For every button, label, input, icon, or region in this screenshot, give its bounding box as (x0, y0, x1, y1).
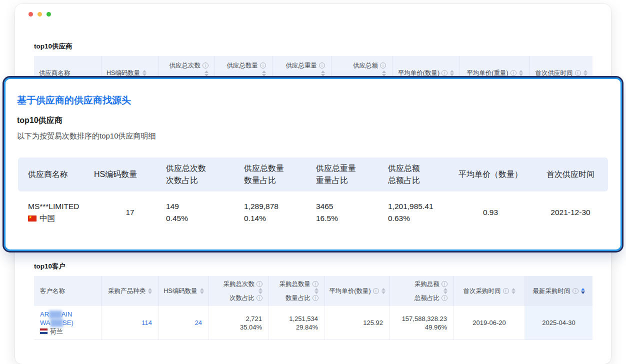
info-icon[interactable] (575, 70, 581, 76)
supplier-section-title: top10供应商 (34, 42, 72, 51)
info-icon[interactable] (503, 288, 509, 294)
col-purchase-times[interactable]: 采购总次数 次数占比 (209, 276, 269, 306)
modal-table-row: MS***LIMITED 中国 17 149 0.45% 1,289,878 0… (18, 200, 608, 224)
info-icon[interactable] (373, 288, 379, 294)
customer-section-title: top10客户 (34, 262, 66, 271)
customer-table-row: AR███AIN WA███SE) 荷兰 114 24 2,721 (34, 306, 592, 340)
customer-table-header-row: 客户名称 采购产品种类 HS编码数量 采购总次数 次数占比 采购总数量 (34, 276, 592, 306)
modal-description: 以下为按贸易次数排序的top10供应商明细 (17, 132, 156, 141)
col-purchase-quantity[interactable]: 采购总数量 数量占比 (269, 276, 325, 306)
info-icon[interactable] (256, 281, 262, 287)
product-types-cell: 114 (102, 306, 159, 340)
col-customer-name: 客户名称 (34, 276, 102, 306)
info-icon[interactable] (312, 281, 318, 287)
close-window-icon[interactable] (28, 12, 33, 16)
col-hs-count[interactable]: HS编码数量 (159, 276, 209, 306)
supply-times-cell: 149 0.45% (166, 200, 244, 224)
col-supply-amount: 供应总额 总额占比 (388, 158, 448, 192)
info-icon[interactable] (312, 295, 318, 301)
hs-count-cell: 17 (94, 200, 166, 224)
window-controls (28, 12, 51, 16)
col-hs-count: HS编码数量 (94, 158, 166, 192)
customer-country: 荷兰 (40, 327, 101, 336)
modal-table-header-row: 供应商名称 HS编码数量 供应总次数 次数占比 供应总数量 数量占比 供应总重量… (18, 158, 608, 192)
china-flag-icon (28, 216, 36, 222)
sort-icon[interactable] (321, 70, 325, 76)
info-icon[interactable] (572, 288, 578, 294)
sort-icon-active[interactable] (581, 288, 585, 294)
sort-icon[interactable] (519, 70, 523, 76)
redacted-text: ███ (49, 310, 62, 318)
maximize-window-icon[interactable] (46, 12, 51, 16)
supplier-country: 中国 (28, 212, 94, 224)
first-purchase-date-cell: 2019-06-20 (454, 306, 525, 340)
customer-name-cell[interactable]: AR███AIN WA███SE) 荷兰 (34, 306, 102, 340)
supplier-name: MS***LIMITED (28, 200, 94, 212)
supplier-name-cell: MS***LIMITED 中国 (18, 200, 94, 224)
customer-name-link[interactable]: WA███SE) (40, 318, 101, 327)
col-purchase-amount[interactable]: 采购总额 总额占比 (390, 276, 454, 306)
modal-section-title: top10供应商 (17, 116, 62, 126)
first-supply-date-cell: 2021-12-30 (533, 200, 608, 224)
sort-icon[interactable] (382, 288, 386, 294)
hs-count-cell: 24 (159, 306, 209, 340)
product-types-value[interactable]: 114 (142, 318, 152, 327)
info-icon[interactable] (260, 62, 266, 68)
col-latest-purchase-date[interactable]: 最新采购时间 (525, 276, 592, 306)
supply-amount-cell: 1,201,985.41 0.63% (388, 200, 448, 224)
sort-icon[interactable] (382, 70, 386, 76)
customer-table: 客户名称 采购产品种类 HS编码数量 采购总次数 次数占比 采购总数量 (34, 276, 592, 340)
supply-weight-cell: 3465 16.5% (316, 200, 388, 224)
sort-icon[interactable] (258, 288, 262, 294)
redacted-text: ███ (50, 319, 62, 326)
info-icon[interactable] (442, 295, 448, 301)
info-icon[interactable] (380, 62, 386, 68)
col-first-purchase-date[interactable]: 首次采购时间 (454, 276, 525, 306)
purchase-times-cell: 2,721 35.04% (209, 306, 269, 340)
col-supply-quantity: 供应总数量 数量占比 (244, 158, 316, 192)
sort-icon[interactable] (450, 70, 454, 76)
sort-icon[interactable] (584, 70, 588, 76)
info-icon[interactable] (442, 70, 448, 76)
col-supplier-name: 供应商名称 (18, 158, 94, 192)
info-icon[interactable] (256, 295, 262, 301)
purchase-amount-cell: 157,588,328.23 49.96% (390, 306, 454, 340)
info-icon[interactable] (319, 62, 325, 68)
supplier-trace-modal: 基于供应商的供应商找源头 top10供应商 以下为按贸易次数排序的top10供应… (4, 78, 622, 251)
col-supply-weight: 供应总重量 重量占比 (316, 158, 388, 192)
sort-icon[interactable] (444, 288, 448, 294)
purchase-quantity-cell: 1,251,534 29.84% (269, 306, 325, 340)
col-avg-unit-price: 平均单价（数量） (448, 158, 533, 192)
customer-name-link[interactable]: AR███AIN (40, 310, 101, 318)
avg-unit-price-cell: 0.93 (448, 200, 533, 224)
netherlands-flag-icon (40, 328, 48, 334)
info-icon[interactable] (202, 62, 208, 68)
avg-unit-price-cell: 125.92 (325, 306, 390, 340)
col-first-supply-date: 首次供应时间 (533, 158, 608, 192)
info-icon[interactable] (442, 281, 448, 287)
col-product-types[interactable]: 采购产品种类 (102, 276, 159, 306)
sort-icon[interactable] (262, 70, 266, 76)
sort-icon[interactable] (148, 288, 152, 294)
sort-icon[interactable] (512, 288, 516, 294)
supply-quantity-cell: 1,289,878 0.14% (244, 200, 316, 224)
minimize-window-icon[interactable] (38, 12, 42, 16)
sort-icon[interactable] (314, 288, 318, 294)
sort-icon[interactable] (200, 288, 204, 294)
latest-purchase-date-cell: 2025-04-30 (525, 306, 592, 340)
col-avg-unit-price[interactable]: 平均单价(数量) (325, 276, 390, 306)
modal-title: 基于供应商的供应商找源头 (17, 94, 131, 107)
col-supply-times: 供应总次数 次数占比 (166, 158, 244, 192)
hs-count-value[interactable]: 24 (195, 318, 202, 327)
screen: top10供应商 供应商名称 HS编码数量 供应总次数 供应总数量 供应总重量 (0, 0, 626, 364)
info-icon[interactable] (510, 70, 516, 76)
sort-icon[interactable] (204, 70, 208, 76)
sort-icon[interactable] (142, 70, 146, 76)
